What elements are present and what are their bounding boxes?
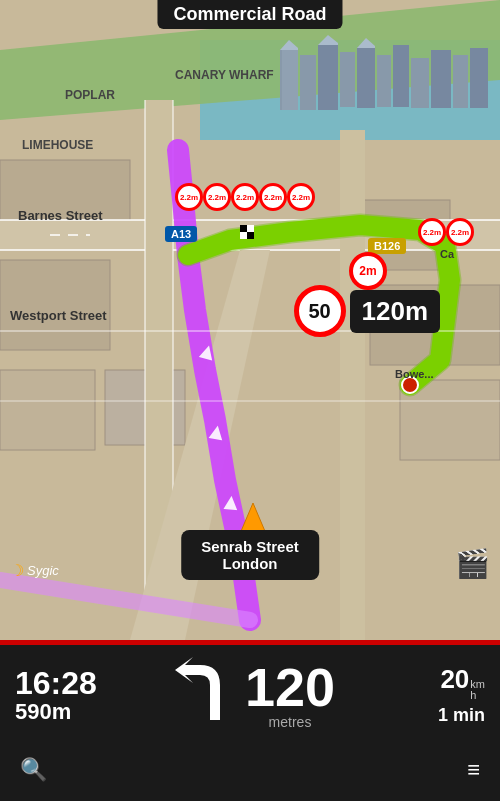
- height-sign-7: 2.2m: [446, 218, 474, 246]
- height-sign-1: 2.2m: [175, 183, 203, 211]
- speed-limit-value: 50: [308, 300, 330, 323]
- dest-street: Senrab Street: [201, 538, 299, 555]
- current-time: 16:28: [15, 667, 97, 699]
- road-sign-b126: B126: [368, 238, 406, 254]
- menu-button[interactable]: ≡: [467, 757, 480, 783]
- nav-distance-number: 120: [245, 660, 335, 714]
- turn-distance-label: 120m: [350, 290, 441, 333]
- nav-instruction: 120 metres: [100, 650, 400, 740]
- street-label-bowe: Bowe...: [395, 368, 434, 380]
- speed-value: 20: [440, 664, 469, 695]
- sygic-text: Sygic: [27, 563, 59, 578]
- search-button[interactable]: 🔍: [20, 757, 47, 783]
- current-road-banner: Commercial Road: [157, 0, 342, 29]
- height-sign-6: 2.2m: [418, 218, 446, 246]
- nav-content: 16:28 590m 120 metres 20 km h: [0, 645, 500, 745]
- sygic-logo: ☽ Sygic: [10, 561, 59, 580]
- menu-icon: ≡: [467, 757, 480, 782]
- street-label-ca: Ca: [440, 248, 454, 260]
- speed-sign: 50: [294, 285, 346, 337]
- place-label-limehouse: LIMEHOUSE: [22, 138, 93, 152]
- place-label-poplar: POPLAR: [65, 88, 115, 102]
- current-road-label: Commercial Road: [173, 4, 326, 24]
- street-label-barnes: Barnes Street: [18, 208, 103, 223]
- map-view[interactable]: ▶ ▶ ▶ ▶ Commercial Road POPLAR CANARY WH…: [0, 0, 500, 640]
- nav-distance-unit: metres: [245, 714, 335, 730]
- speed-unit: km h: [470, 679, 485, 701]
- distance-remaining: 590m: [15, 701, 71, 723]
- bottom-bar: 16:28 590m 120 metres 20 km h: [0, 640, 500, 801]
- height-sign-3: 2.2m: [231, 183, 259, 211]
- eta-value: 1 min: [438, 705, 485, 726]
- place-label-canary: CANARY WHARF: [175, 68, 274, 82]
- height-sign-4: 2.2m: [259, 183, 287, 211]
- destination-banner: Senrab Street London: [181, 530, 319, 580]
- eta-block: 20 km h 1 min: [400, 664, 490, 726]
- speed-distance-overlay: 50 120m: [294, 285, 441, 337]
- height-sign-2: 2.2m: [203, 183, 231, 211]
- road-sign-a13: A13: [165, 226, 197, 242]
- dest-city: London: [223, 555, 278, 572]
- street-label-westport: Westport Street: [10, 308, 107, 323]
- distance-value: 120m: [362, 296, 429, 326]
- height-sign-5: 2.2m: [287, 183, 315, 211]
- turn-arrow-icon: [165, 650, 235, 740]
- camera-icon[interactable]: 🎬: [455, 547, 490, 580]
- bottom-icons-row: 🔍 ≡: [0, 745, 500, 795]
- search-icon: 🔍: [20, 757, 47, 782]
- nav-distance-block: 120 metres: [245, 660, 335, 730]
- time-distance-block: 16:28 590m: [10, 667, 100, 723]
